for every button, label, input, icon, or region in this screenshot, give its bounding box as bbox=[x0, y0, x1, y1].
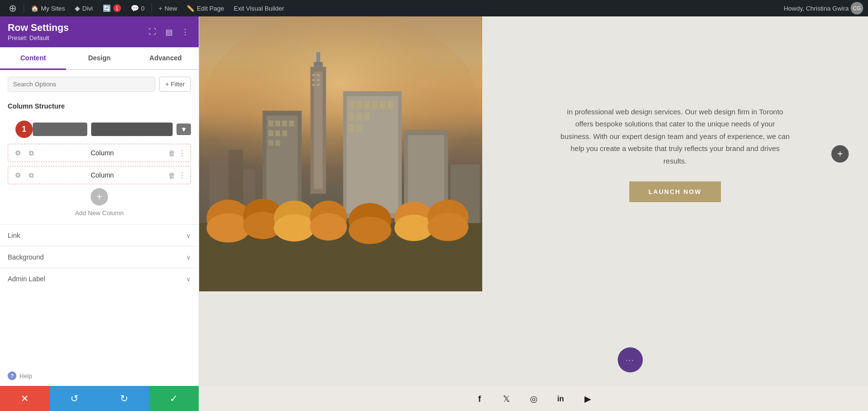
col-label-1: Column bbox=[36, 149, 168, 157]
col-copy-icon-1[interactable]: ⧉ bbox=[27, 148, 36, 158]
col-actions-1: 🗑 ⋮ bbox=[168, 149, 186, 157]
panel-header: Row Settings Preset: Default ⛶ ▤ ⋮ bbox=[0, 16, 199, 47]
social-bar: f 𝕏 ◎ in ▶ bbox=[199, 387, 868, 411]
separator bbox=[24, 3, 24, 13]
add-column-label: Add New Column bbox=[75, 209, 123, 217]
col-option-2[interactable] bbox=[91, 123, 173, 136]
updates-icon: 🔄 bbox=[103, 4, 111, 12]
exit-visual-builder-btn[interactable]: Exit Visual Builder bbox=[230, 0, 288, 16]
col-select-arrow[interactable]: ▼ bbox=[176, 123, 191, 135]
col-actions-2: 🗑 ⋮ bbox=[168, 171, 186, 179]
facebook-icon[interactable]: f bbox=[473, 392, 487, 406]
tab-design[interactable]: Design bbox=[66, 47, 132, 70]
col-settings-icon-1[interactable]: ⚙ bbox=[13, 148, 23, 158]
column-structure-area: ▼ 1 ⚙ ⧉ Column 🗑 ⋮ bbox=[0, 114, 199, 224]
svg-rect-30 bbox=[372, 101, 378, 109]
svg-point-49 bbox=[310, 213, 347, 241]
filter-button[interactable]: + Filter bbox=[159, 77, 191, 92]
col-delete-1[interactable]: 🗑 bbox=[168, 149, 176, 157]
new-btn[interactable]: + New bbox=[155, 0, 181, 16]
avatar[interactable]: CG bbox=[851, 2, 863, 14]
svg-rect-35 bbox=[364, 113, 370, 121]
edit-page-btn[interactable]: ✏️ Edit Page bbox=[183, 0, 228, 16]
col-option-1[interactable] bbox=[33, 123, 87, 136]
undo-button[interactable]: ↺ bbox=[50, 386, 99, 411]
svg-rect-13 bbox=[317, 84, 320, 86]
add-column-button[interactable]: + Add New Column bbox=[8, 188, 191, 217]
search-input[interactable] bbox=[8, 77, 155, 92]
right-content-section: in professional web design services. Our… bbox=[482, 16, 868, 291]
help-label: Help bbox=[19, 372, 32, 380]
city-svg bbox=[199, 16, 482, 291]
fullscreen-icon[interactable]: ⛶ bbox=[147, 26, 158, 38]
panel-header-icons: ⛶ ▤ ⋮ bbox=[147, 26, 191, 38]
col-more-2[interactable]: ⋮ bbox=[178, 171, 186, 179]
col-delete-2[interactable]: 🗑 bbox=[168, 171, 176, 179]
col-more-1[interactable]: ⋮ bbox=[178, 149, 186, 157]
redo-button[interactable]: ↻ bbox=[99, 386, 149, 411]
panel-title-area: Row Settings Preset: Default bbox=[8, 22, 69, 41]
cancel-button[interactable]: ✕ bbox=[0, 386, 50, 411]
wp-icon: ⊕ bbox=[9, 2, 17, 14]
left-panel: Row Settings Preset: Default ⛶ ▤ ⋮ Conte… bbox=[0, 16, 199, 411]
divi-btn[interactable]: ◆ Divi bbox=[71, 0, 97, 16]
svg-point-51 bbox=[349, 217, 392, 244]
redo-icon: ↻ bbox=[120, 393, 128, 404]
save-button[interactable]: ✓ bbox=[149, 386, 199, 411]
twitter-icon[interactable]: 𝕏 bbox=[500, 392, 514, 406]
svg-rect-12 bbox=[312, 84, 315, 86]
my-sites-btn[interactable]: 🏠 My Sites bbox=[27, 0, 69, 16]
svg-rect-18 bbox=[282, 121, 287, 126]
svg-rect-7 bbox=[314, 72, 323, 189]
panel-preset[interactable]: Preset: Default bbox=[8, 34, 69, 41]
accordion-admin-label-text: Admin Label bbox=[8, 275, 45, 283]
svg-rect-5 bbox=[314, 62, 323, 67]
tab-advanced[interactable]: Advanced bbox=[133, 47, 199, 70]
svg-point-55 bbox=[428, 213, 469, 241]
svg-rect-36 bbox=[349, 124, 354, 132]
svg-rect-28 bbox=[356, 101, 362, 109]
svg-point-47 bbox=[274, 214, 315, 242]
instagram-icon[interactable]: ◎ bbox=[527, 392, 541, 406]
divi-icon: ◆ bbox=[75, 4, 80, 12]
comments-btn[interactable]: 💬 0 bbox=[127, 0, 149, 16]
add-col-circle-icon: + bbox=[91, 188, 108, 206]
linkedin-icon[interactable]: in bbox=[554, 392, 568, 406]
updates-btn[interactable]: 🔄 1 bbox=[99, 0, 125, 16]
svg-point-53 bbox=[394, 215, 434, 241]
wp-logo-btn[interactable]: ⊕ bbox=[5, 0, 21, 16]
floating-menu-button[interactable]: ··· bbox=[618, 347, 643, 372]
svg-rect-37 bbox=[356, 124, 362, 132]
svg-rect-16 bbox=[269, 121, 273, 126]
help-icon[interactable]: ? bbox=[8, 371, 16, 380]
svg-rect-9 bbox=[317, 74, 320, 76]
page-preview: in professional web design services. Our… bbox=[199, 16, 868, 411]
help-area: ? Help bbox=[0, 366, 199, 386]
svg-rect-10 bbox=[312, 79, 315, 81]
accordion-background[interactable]: Background ∨ bbox=[0, 246, 199, 268]
more-options-icon[interactable]: ⋮ bbox=[179, 26, 191, 38]
svg-rect-21 bbox=[275, 130, 280, 136]
launch-now-button[interactable]: LAUNCH NOW bbox=[629, 181, 721, 202]
youtube-icon[interactable]: ▶ bbox=[581, 392, 595, 406]
tab-content[interactable]: Content bbox=[0, 47, 66, 70]
col-settings-icon-2[interactable]: ⚙ bbox=[13, 170, 23, 180]
accordion-link[interactable]: Link ∨ bbox=[0, 224, 199, 246]
right-content: in professional web design services. Our… bbox=[482, 16, 868, 291]
columns-icon[interactable]: ▤ bbox=[163, 26, 175, 38]
svg-rect-34 bbox=[356, 113, 362, 121]
panel-tabs: Content Design Advanced bbox=[0, 47, 199, 70]
svg-rect-33 bbox=[349, 113, 354, 121]
svg-rect-15 bbox=[267, 116, 298, 208]
comments-icon: 💬 bbox=[131, 4, 139, 12]
col-copy-icon-2[interactable]: ⧉ bbox=[27, 170, 36, 180]
edit-icon: ✏️ bbox=[187, 5, 194, 12]
svg-rect-31 bbox=[380, 101, 385, 109]
plus-icon: + bbox=[159, 5, 163, 12]
cityscape-section bbox=[199, 16, 482, 291]
accordion-background-arrow: ∨ bbox=[186, 254, 191, 261]
save-icon: ✓ bbox=[170, 393, 178, 404]
accordion-admin-label[interactable]: Admin Label ∨ bbox=[0, 268, 199, 289]
add-section-button[interactable]: + bbox=[831, 145, 849, 163]
svg-rect-27 bbox=[349, 101, 354, 109]
